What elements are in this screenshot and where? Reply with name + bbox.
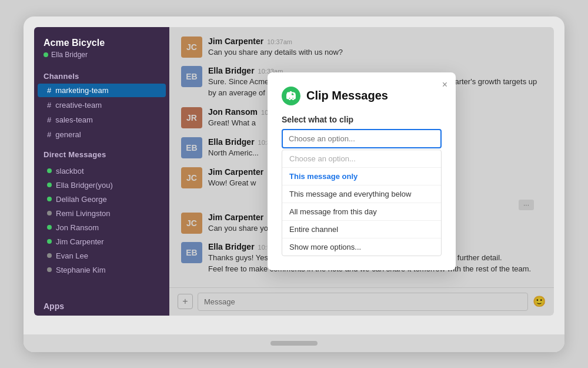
dm-list: slackbot Ella Bridger(you) Delilah Georg…	[34, 164, 169, 277]
workspace-name: Acme Bicycle	[44, 38, 160, 48]
dm-name: Delilah George	[56, 195, 107, 204]
sidebar: Acme Bicycle Ella Bridger Channels # mar…	[34, 27, 169, 316]
dm-section-title: Direct Messages	[34, 142, 169, 161]
dm-slackbot[interactable]: slackbot	[38, 164, 166, 178]
dm-name: Jim Carpenter	[56, 237, 104, 246]
dm-name: Ella Bridger(you)	[56, 181, 113, 190]
modal-dropdown: Choose an option... This message only Th…	[282, 150, 442, 256]
dm-delilah[interactable]: Delilah George	[38, 193, 166, 206]
dm-stephanie[interactable]: Stephanie Kim	[38, 263, 166, 277]
dm-ella[interactable]: Ella Bridger(you)	[38, 178, 166, 192]
clip-messages-modal: × Clip Messages Select what to clip Choo…	[268, 72, 456, 270]
dropdown-item-this-message[interactable]: This message only	[282, 168, 441, 185]
dropdown-item-more-options[interactable]: Show more options...	[282, 238, 441, 256]
dm-jon[interactable]: Jon Ransom	[38, 221, 166, 234]
dm-status-dot	[47, 168, 52, 173]
dm-status-dot	[47, 239, 52, 244]
dropdown-item-message-below[interactable]: This message and everything below	[282, 185, 441, 203]
dm-status-dot	[47, 253, 52, 258]
dm-name: Evan Lee	[56, 251, 88, 260]
screen: Acme Bicycle Ella Bridger Channels # mar…	[34, 27, 554, 316]
modal-overlay: × Clip Messages Select what to clip Choo…	[169, 27, 554, 316]
channel-name-general: general	[55, 130, 81, 139]
laptop-base	[24, 334, 564, 352]
workspace-header: Acme Bicycle Ella Bridger	[34, 27, 169, 64]
laptop-notch	[270, 341, 318, 346]
sidebar-item-creative-team[interactable]: # creative-team	[38, 98, 166, 112]
hash-icon: #	[47, 86, 51, 95]
sidebar-item-general[interactable]: # general	[38, 128, 166, 141]
laptop-frame: Acme Bicycle Ella Bridger Channels # mar…	[24, 16, 564, 352]
dm-name: Remi Livingston	[56, 209, 111, 218]
dm-name: Jon Ransom	[56, 223, 99, 232]
user-status-dot	[44, 52, 48, 57]
dm-name: slackbot	[56, 167, 84, 175]
hash-icon: #	[47, 130, 51, 139]
dropdown-item-all-today[interactable]: All message from this day	[282, 203, 441, 221]
dropdown-item[interactable]: Choose an option...	[282, 150, 441, 168]
channel-name-marketing: marketing-team	[55, 86, 108, 95]
hash-icon: #	[47, 101, 51, 110]
dm-evan[interactable]: Evan Lee	[38, 249, 166, 263]
dm-status-dot	[47, 197, 52, 201]
channel-name-sales: sales-team	[55, 115, 93, 124]
dropdown-item-entire-channel[interactable]: Entire channel	[282, 221, 441, 238]
modal-close-button[interactable]: ×	[442, 79, 447, 90]
sidebar-item-marketing-team[interactable]: # marketing-team	[38, 84, 166, 97]
dm-status-dot	[47, 267, 52, 272]
modal-select-label: Select what to clip	[282, 115, 442, 124]
dm-status-dot	[47, 211, 52, 216]
apps-section[interactable]: Apps	[34, 293, 169, 316]
chat-main: JC Jim Carpenter 10:37am Can you share a…	[169, 27, 554, 316]
workspace-username: Ella Bridger	[51, 51, 88, 59]
evernote-logo-icon	[282, 87, 300, 105]
dm-status-dot	[47, 225, 52, 230]
channels-section-title: Channels	[34, 64, 169, 83]
workspace-user: Ella Bridger	[44, 51, 160, 59]
dm-jim[interactable]: Jim Carpenter	[38, 235, 166, 248]
dm-remi[interactable]: Remi Livingston	[38, 207, 166, 220]
modal-clip-input[interactable]	[282, 129, 442, 148]
channel-name-creative: creative-team	[55, 101, 102, 110]
hash-icon: #	[47, 115, 51, 124]
modal-header: Clip Messages	[282, 87, 442, 105]
sidebar-item-sales-team[interactable]: # sales-team	[38, 113, 166, 127]
dm-status-dot	[47, 183, 52, 187]
dm-name: Stephanie Kim	[56, 266, 106, 274]
modal-title: Clip Messages	[306, 89, 388, 102]
